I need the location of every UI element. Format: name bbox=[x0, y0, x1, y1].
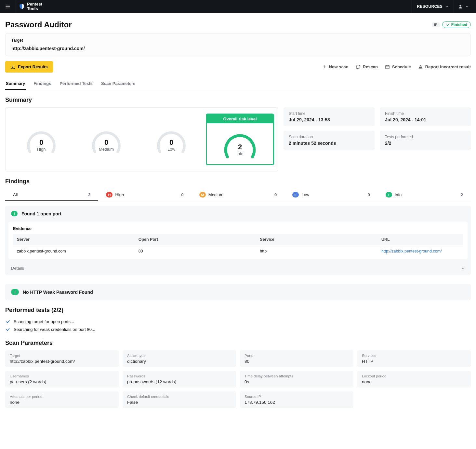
finding-title: Found 1 open port bbox=[21, 211, 61, 216]
menu-button[interactable] bbox=[3, 1, 13, 12]
resources-menu[interactable]: RESOURCES bbox=[412, 0, 454, 13]
param-label: Time delay between attempts bbox=[245, 374, 349, 378]
finding-open-port: I Found 1 open port Evidence Server Open… bbox=[5, 206, 471, 275]
gauge-info: 2 Info bbox=[222, 126, 258, 162]
new-scan-button[interactable]: New scan bbox=[322, 64, 349, 69]
param-lockout-period: Lockout periodnone bbox=[357, 371, 471, 388]
filter-info[interactable]: IInfo 2 bbox=[378, 189, 471, 201]
finding-head[interactable]: I Found 1 open port bbox=[5, 206, 471, 222]
duration-card: Scan duration 2 minutes 52 seconds bbox=[284, 131, 375, 150]
export-label: Export Results bbox=[18, 64, 48, 69]
param-source-ip: Source IP178.79.150.162 bbox=[240, 391, 353, 408]
param-label: Target bbox=[10, 354, 114, 358]
param-attack-type: Attack typedictionary bbox=[123, 350, 236, 367]
tab-performed-tests[interactable]: Performed Tests bbox=[59, 78, 93, 90]
page-header: Password Auditor IP Finished bbox=[5, 16, 471, 33]
schedule-button[interactable]: Schedule bbox=[385, 64, 411, 69]
param-passwords: Passwordspa-passwords (12 words) bbox=[123, 371, 236, 388]
param-value: 178.79.150.162 bbox=[245, 400, 349, 405]
details-label: Details bbox=[11, 266, 24, 271]
calendar-icon bbox=[385, 64, 390, 69]
target-label: Target bbox=[11, 38, 465, 43]
chevron-down-icon bbox=[460, 266, 465, 271]
finding-no-weak-password: I No HTTP Weak Password Found bbox=[5, 284, 471, 300]
tab-summary[interactable]: Summary bbox=[5, 78, 26, 90]
param-value: none bbox=[362, 379, 466, 384]
cell-service: http bbox=[256, 245, 377, 258]
finding-body: Evidence Server Open Port Service URL za… bbox=[8, 222, 468, 259]
param-ports: Ports80 bbox=[240, 350, 353, 367]
summary-row: 0 High 0 Medium 0 Low Overall risk level bbox=[5, 107, 471, 171]
param-label: Lockout period bbox=[362, 374, 466, 378]
user-icon bbox=[458, 4, 463, 9]
param-value: HTTP bbox=[362, 359, 466, 364]
start-time-label: Start time bbox=[289, 111, 369, 116]
svg-point-3 bbox=[459, 5, 461, 7]
brand-line1: Pentest bbox=[27, 2, 42, 7]
tests-performed-card: Tests performed 2/2 bbox=[380, 131, 471, 150]
target-value: http://zabbix.pentest-ground.com/ bbox=[11, 46, 465, 51]
gauge-high: 0 High bbox=[25, 123, 58, 156]
brand-logo[interactable]: Pentest Tools bbox=[19, 2, 42, 11]
tab-findings[interactable]: Findings bbox=[33, 78, 52, 90]
cell-url-link[interactable]: http://zabbix.pentest-ground.com/ bbox=[381, 249, 442, 253]
performed-tests-heading: Performed tests (2/2) bbox=[5, 307, 471, 314]
gauge-info-label: Info bbox=[222, 151, 258, 156]
low-badge-icon: L bbox=[292, 192, 299, 197]
col-service: Service bbox=[256, 234, 377, 245]
report-incorrect-button[interactable]: Report incorrect result bbox=[418, 64, 471, 69]
filter-high[interactable]: HHigh 0 bbox=[98, 189, 191, 201]
user-menu[interactable] bbox=[454, 0, 473, 13]
page: Password Auditor IP Finished Target http… bbox=[0, 13, 476, 421]
svg-rect-11 bbox=[420, 68, 421, 68]
tabs: Summary Findings Performed Tests Scan Pa… bbox=[5, 78, 471, 90]
target-card: Target http://zabbix.pentest-ground.com/ bbox=[5, 33, 471, 56]
param-label: Services bbox=[362, 354, 466, 358]
chevron-down-icon bbox=[465, 4, 469, 9]
filter-all-label: All bbox=[13, 192, 18, 197]
cell-server: zabbix.pentest-ground.com bbox=[13, 245, 135, 258]
report-incorrect-label: Report incorrect result bbox=[425, 64, 471, 69]
finding-head[interactable]: I No HTTP Weak Password Found bbox=[5, 284, 471, 300]
param-label: Check default credentials bbox=[127, 395, 231, 399]
overall-risk-body: 2 Info bbox=[207, 123, 273, 162]
param-attempts-per-period: Attempts per periodnone bbox=[5, 391, 119, 408]
rescan-button[interactable]: Rescan bbox=[356, 64, 378, 69]
filter-medium[interactable]: MMedium 0 bbox=[192, 189, 284, 201]
start-time-value: Jul 29, 2024 - 13:58 bbox=[289, 117, 369, 122]
param-value: none bbox=[10, 400, 114, 405]
info-badge-icon: I bbox=[386, 192, 392, 197]
tests-performed-label: Tests performed bbox=[385, 135, 466, 139]
gauge-low-value: 0 bbox=[155, 138, 188, 147]
param-check-default-creds: Check default credentialsFalse bbox=[123, 391, 236, 408]
gauge-group: 0 High 0 Medium 0 Low bbox=[9, 123, 203, 156]
rescan-label: Rescan bbox=[363, 64, 378, 69]
tab-scan-parameters[interactable]: Scan Parameters bbox=[100, 78, 136, 90]
param-label: Source IP bbox=[245, 395, 349, 399]
details-toggle[interactable]: Details bbox=[5, 262, 471, 275]
meta-col-2: Finish time Jul 29, 2024 - 14:01 Tests p… bbox=[380, 107, 471, 171]
chevron-down-icon bbox=[444, 4, 449, 9]
topbar-divider bbox=[16, 0, 16, 13]
gauge-low: 0 Low bbox=[155, 123, 188, 156]
topbar: Pentest Tools RESOURCES bbox=[0, 0, 476, 13]
filter-all[interactable]: All 2 bbox=[5, 189, 98, 201]
col-port: Open Port bbox=[135, 234, 256, 245]
plus-icon bbox=[322, 64, 327, 69]
filter-medium-label: Medium bbox=[208, 192, 223, 197]
filter-low[interactable]: LLow 0 bbox=[284, 189, 377, 201]
performed-test-label: Searching for weak credentials on port 8… bbox=[14, 327, 95, 332]
action-bar: Export Results New scan Rescan Schedule … bbox=[5, 60, 471, 76]
params-grid: Targethttp://zabbix.pentest-ground.com/ … bbox=[5, 350, 471, 408]
param-value: 0s bbox=[245, 379, 349, 384]
new-scan-label: New scan bbox=[329, 64, 349, 69]
evidence-table: Server Open Port Service URL zabbix.pent… bbox=[13, 234, 463, 257]
param-target: Targethttp://zabbix.pentest-ground.com/ bbox=[5, 350, 119, 367]
scan-parameters-heading: Scan Parameters bbox=[5, 340, 471, 347]
gauge-medium-value: 0 bbox=[90, 138, 123, 147]
summary-heading: Summary bbox=[5, 97, 471, 103]
param-services: ServicesHTTP bbox=[357, 350, 471, 367]
param-value: http://zabbix.pentest-ground.com/ bbox=[10, 359, 114, 364]
findings-filters: All 2 HHigh 0 MMedium 0 LLow 0 IInfo 2 bbox=[5, 189, 471, 201]
export-button[interactable]: Export Results bbox=[5, 61, 53, 73]
